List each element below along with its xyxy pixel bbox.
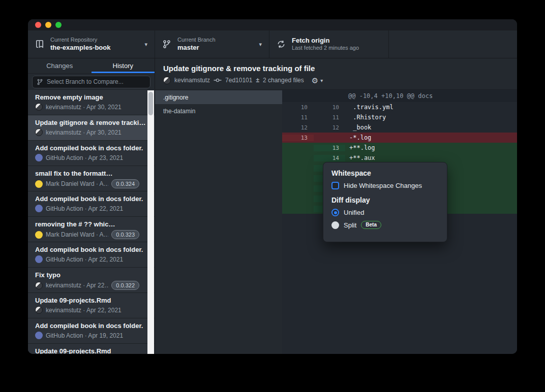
commit-list-item[interactable]: Update 09-projects.Rmd: [28, 344, 155, 354]
current-repository-button[interactable]: Current Repository the-examples-book ▾: [28, 30, 155, 58]
scrollbar-thumb[interactable]: [148, 92, 153, 115]
commit-list-item[interactable]: Update gitignore & remove tracki… kevina…: [28, 115, 155, 141]
commit-list-item[interactable]: removing the # ?? whic… Mark Daniel Ward…: [28, 217, 155, 242]
diff-line-text: +**.log: [345, 144, 375, 151]
diff-old-line-number: 13: [282, 135, 314, 141]
commit-author-avatar: [35, 306, 43, 314]
commit-meta-row: kevinamstutz · Apr 30, 2021: [35, 128, 147, 136]
diff-new-line-number: 12: [314, 124, 345, 131]
commit-list-item[interactable]: small fix to the formatt… Mark Daniel Wa…: [28, 166, 155, 191]
commit-author-avatar: [35, 282, 43, 289]
commit-title: Add compiled book in docs folder.: [35, 322, 147, 330]
select-branch-to-compare-input[interactable]: Select Branch to Compare...: [32, 76, 150, 88]
diff-old-line-number: 12: [282, 124, 314, 131]
chevron-down-icon: ▾: [259, 41, 262, 48]
hide-whitespace-label: Hide Whitespace Changes: [344, 182, 422, 189]
diff-new-line-number: 10: [314, 104, 345, 111]
commit-meta: GitHub Action · Apr 23, 2021: [46, 154, 123, 161]
commit-title: Remove empty image: [35, 93, 147, 101]
commit-meta-row: Mark Daniel Ward · A… 0.0.324: [35, 179, 147, 188]
split-option[interactable]: Split Beta: [331, 221, 439, 229]
file-item-gitignore[interactable]: .gitignore: [155, 90, 282, 104]
unified-radio[interactable]: [331, 209, 339, 216]
diff-line: 10 10 .travis.yml: [282, 102, 517, 112]
tab-changes[interactable]: Changes: [28, 58, 92, 73]
commit-list-item[interactable]: Add compiled book in docs folder. GitHub…: [28, 318, 155, 344]
split-radio[interactable]: [331, 221, 339, 229]
fetch-origin-button[interactable]: Fetch origin Last fetched 2 minutes ago: [269, 30, 389, 58]
commit-author-avatar: [35, 103, 43, 111]
diff-options-popover: Whitespace Hide Whitespace Changes Diff …: [323, 162, 447, 242]
chevron-down-icon: ▾: [144, 41, 147, 48]
diff-new-line-number: 14: [314, 155, 345, 161]
commit-author-avatar: [35, 231, 43, 239]
commit-icon: [214, 76, 222, 84]
diff-new-line-number: 11: [314, 114, 345, 121]
commit-version-badge: 0.0.322: [111, 281, 139, 290]
commit-author: kevinamstutz: [174, 77, 210, 84]
commit-title: Update 09-projects.Rmd: [35, 347, 147, 354]
branch-icon: [162, 40, 171, 49]
minimize-window-button[interactable]: [45, 22, 51, 28]
scrollbar-track[interactable]: [147, 90, 154, 354]
gear-icon: ⚙: [312, 77, 318, 84]
changed-files-list: .gitignore the-datamin: [155, 90, 282, 354]
commit-meta: Mark Daniel Ward · A…: [46, 231, 108, 238]
diff-stat-icon: ±: [256, 77, 259, 84]
commit-meta-row: GitHub Action · Apr 19, 2021: [35, 332, 147, 339]
commit-list-item[interactable]: Fix typo kevinamstutz · Apr 22… 0.0.322: [28, 268, 155, 293]
commit-version-badge: 0.0.323: [111, 230, 139, 239]
diff-display-heading: Diff display: [331, 196, 439, 204]
diff-new-line-number: 13: [314, 145, 345, 151]
diff-line: 13 +**.log: [282, 143, 517, 153]
fetch-origin-title: Fetch origin: [292, 37, 359, 45]
commit-list-item[interactable]: Add compiled book in docs folder. GitHub…: [28, 141, 155, 166]
zoom-window-button[interactable]: [55, 22, 62, 28]
commit-detail-pane: Update gitignore & remove tracking of fi…: [155, 58, 517, 354]
close-window-button[interactable]: [35, 22, 41, 28]
whitespace-heading: Whitespace: [331, 169, 439, 177]
commit-detail-header: Update gitignore & remove tracking of fi…: [155, 58, 517, 90]
commit-author-avatar: [35, 205, 43, 212]
commit-title: Add compiled book in docs folder.: [35, 144, 147, 152]
commit-meta: kevinamstutz · Apr 30, 2021: [46, 104, 122, 111]
commit-meta-row: GitHub Action · Apr 22, 2021: [35, 255, 147, 263]
commit-list-item[interactable]: Remove empty image kevinamstutz · Apr 30…: [28, 90, 155, 115]
commit-version-badge: 0.0.324: [111, 179, 139, 188]
unified-option[interactable]: Unified: [331, 209, 439, 216]
commit-meta: Mark Daniel Ward · A…: [46, 180, 108, 187]
tab-history-label: History: [113, 62, 133, 70]
diff-options-button[interactable]: ⚙ ▾: [312, 77, 323, 84]
commit-list-item[interactable]: Add compiled book in docs folder. GitHub…: [28, 191, 155, 217]
commit-author-avatar: [35, 128, 43, 136]
diff-old-line-number: 11: [282, 114, 314, 121]
file-item-the-datamin[interactable]: the-datamin: [155, 104, 282, 118]
desktop-background: Current Repository the-examples-book ▾ C…: [0, 0, 545, 392]
changed-files-count: 2 changed files: [263, 77, 304, 84]
commit-meta-row: kevinamstutz · Apr 22… 0.0.322: [35, 281, 147, 290]
commit-meta-row: kevinamstutz · Apr 22, 2021: [35, 306, 147, 314]
current-branch-value: master: [177, 44, 216, 52]
commit-title: Add compiled book in docs folder.: [35, 246, 147, 253]
commit-list-item[interactable]: Add compiled book in docs folder. GitHub…: [28, 242, 155, 268]
current-branch-button[interactable]: Current Branch master ▾: [155, 30, 269, 58]
branch-icon: [37, 79, 43, 85]
sidebar-tabs: Changes History: [28, 58, 155, 74]
current-repository-label: Current Repository: [50, 37, 110, 44]
unified-label: Unified: [344, 209, 364, 216]
beta-badge: Beta: [361, 221, 381, 229]
toolbar-spacer: [389, 30, 517, 58]
file-name: the-datamin: [163, 108, 195, 115]
commit-title: removing the # ?? whic…: [35, 220, 147, 228]
tab-history[interactable]: History: [92, 58, 155, 73]
hide-whitespace-option[interactable]: Hide Whitespace Changes: [331, 182, 439, 189]
diff-line-text: .travis.yml: [345, 104, 393, 111]
commit-title: Update gitignore & remove tracki…: [35, 119, 147, 126]
commit-list-item[interactable]: Update 09-projects.Rmd kevinamstutz · Ap…: [28, 293, 155, 318]
repo-icon: [35, 40, 44, 49]
diff-old-line-number: 10: [282, 104, 314, 111]
commit-author-avatar: [35, 255, 43, 263]
hide-whitespace-checkbox[interactable]: [331, 182, 339, 189]
chevron-down-icon: ▾: [320, 78, 323, 83]
commit-meta-row: Mark Daniel Ward · A… 0.0.323: [35, 230, 147, 239]
